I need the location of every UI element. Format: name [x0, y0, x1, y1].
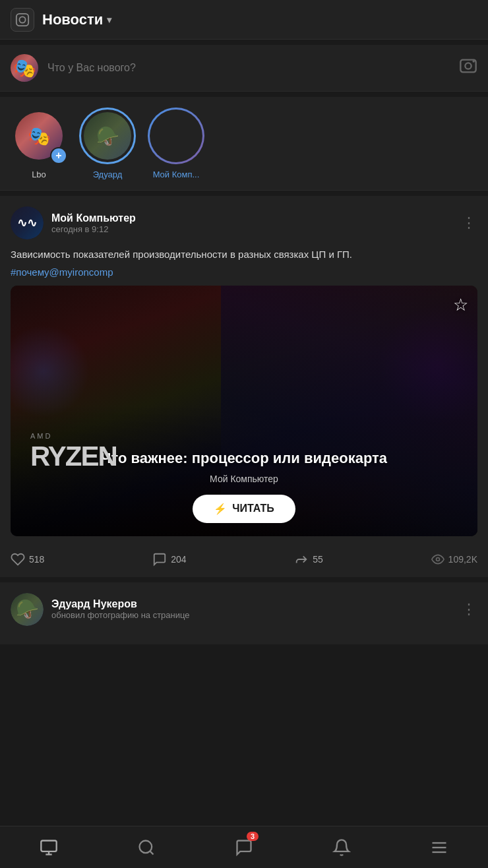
- svg-point-1: [19, 16, 25, 22]
- post-placeholder-text[interactable]: Что у Вас нового?: [47, 62, 459, 74]
- next-post-avatar[interactable]: 🪖: [11, 593, 44, 626]
- messages-badge: 3: [247, 832, 259, 841]
- nav-item-notifications[interactable]: [293, 826, 390, 868]
- share-icon: [294, 552, 309, 567]
- post-actions: 518 204 55 109,2K: [11, 547, 477, 567]
- article-source: Мой Компьютер: [24, 474, 464, 484]
- story-add-button[interactable]: +: [50, 147, 67, 164]
- story-avatar-eduard: 🪖: [79, 108, 136, 164]
- photo-upload-icon[interactable]: [459, 57, 477, 79]
- ryzen-decoration: AMD RYZEN: [30, 432, 117, 470]
- story-item-moykompyuter[interactable]: ∿∿ Мой Комп...: [148, 108, 204, 179]
- next-post-author-name[interactable]: Эдуард Нукеров: [51, 598, 190, 610]
- svg-line-10: [150, 851, 153, 854]
- bookmark-icon[interactable]: ☆: [453, 295, 468, 315]
- story-ring-blue: [79, 108, 136, 164]
- share-count: 55: [313, 554, 323, 565]
- post-author-avatar[interactable]: ∿∿: [11, 206, 44, 239]
- nav-item-search[interactable]: [98, 826, 195, 868]
- svg-point-5: [436, 557, 439, 561]
- story-avatar-mk: ∿∿: [148, 108, 204, 164]
- page-title[interactable]: Новости ▾: [42, 11, 111, 28]
- bottom-nav: 3: [0, 826, 488, 868]
- story-label-mk: Мой Комп...: [153, 170, 200, 179]
- read-article-button[interactable]: ⚡ ЧИТАТЬ: [193, 495, 295, 523]
- nav-item-messages[interactable]: 3: [195, 826, 293, 868]
- post-author-name[interactable]: Мой Компьютер: [51, 212, 136, 224]
- svg-point-3: [465, 63, 471, 69]
- comment-icon: [152, 552, 167, 567]
- feed-icon: [40, 838, 58, 857]
- views-icon: [431, 553, 444, 566]
- post-author-details: Мой Компьютер сегодня в 9:12: [51, 212, 136, 234]
- comment-button[interactable]: 204: [152, 552, 186, 567]
- lightning-icon: ⚡: [214, 503, 227, 515]
- post-card-main: ∿∿ Мой Компьютер сегодня в 9:12 ⋮ Зависи…: [0, 196, 488, 577]
- story-item-eduard[interactable]: 🪖 Эдуард: [79, 108, 136, 179]
- svg-point-9: [140, 840, 152, 853]
- article-preview[interactable]: AMD RYZEN ☆ Что важнее: процессор или ви…: [11, 286, 477, 536]
- post-views: 109,2K: [431, 553, 477, 566]
- next-post-more-button[interactable]: ⋮: [462, 601, 477, 618]
- post-input-bar: 🎭 Что у Вас нового?: [0, 45, 488, 92]
- nav-item-feed[interactable]: [0, 826, 98, 868]
- next-post-author-info: 🪖 Эдуард Нукеров обновил фотографию на с…: [11, 593, 190, 626]
- comment-count: 204: [171, 554, 186, 565]
- story-item-lbo[interactable]: 🎭 + Lbo: [11, 108, 67, 179]
- post-author-info: ∿∿ Мой Компьютер сегодня в 9:12: [11, 206, 136, 239]
- story-ring-gradient: [148, 108, 204, 164]
- views-count: 109,2K: [448, 554, 477, 565]
- svg-rect-0: [16, 13, 28, 25]
- like-count: 518: [29, 554, 44, 565]
- next-post-subtitle: обновил фотографию на странице: [51, 610, 190, 620]
- post-card-next: 🪖 Эдуард Нукеров обновил фотографию на с…: [0, 582, 488, 644]
- stories-row: 🎭 + Lbo 🪖 Эдуард ∿∿ Мой Комп...: [0, 97, 488, 191]
- next-post-author-details: Эдуард Нукеров обновил фотографию на стр…: [51, 598, 190, 620]
- nav-item-menu[interactable]: [390, 826, 488, 868]
- vk-logo: [11, 8, 34, 32]
- next-post-header: 🪖 Эдуард Нукеров обновил фотографию на с…: [11, 593, 477, 626]
- bell-icon: [332, 838, 351, 857]
- bottom-spacer: [0, 644, 488, 697]
- story-label-lbo: Lbo: [32, 170, 46, 179]
- post-time: сегодня в 9:12: [51, 224, 136, 234]
- app-header: Новости ▾: [0, 0, 488, 40]
- svg-rect-6: [41, 840, 56, 851]
- story-avatar-lbo: 🎭 +: [11, 108, 67, 164]
- svg-point-4: [472, 60, 475, 63]
- like-button[interactable]: 518: [11, 552, 44, 567]
- menu-icon: [430, 838, 448, 857]
- post-header: ∿∿ Мой Компьютер сегодня в 9:12 ⋮: [11, 206, 477, 239]
- avatar-image: 🎭: [11, 54, 38, 82]
- post-hashtag[interactable]: #почему@myironcomp: [11, 266, 477, 278]
- share-button[interactable]: 55: [294, 552, 323, 567]
- search-icon: [137, 838, 156, 857]
- story-label-eduard: Эдуард: [93, 170, 123, 179]
- current-user-avatar: 🎭: [11, 54, 38, 82]
- heart-icon: [11, 552, 25, 567]
- post-text: Зависимость показателей производительнос…: [11, 247, 477, 263]
- post-more-button[interactable]: ⋮: [462, 214, 477, 232]
- chevron-down-icon: ▾: [107, 15, 111, 25]
